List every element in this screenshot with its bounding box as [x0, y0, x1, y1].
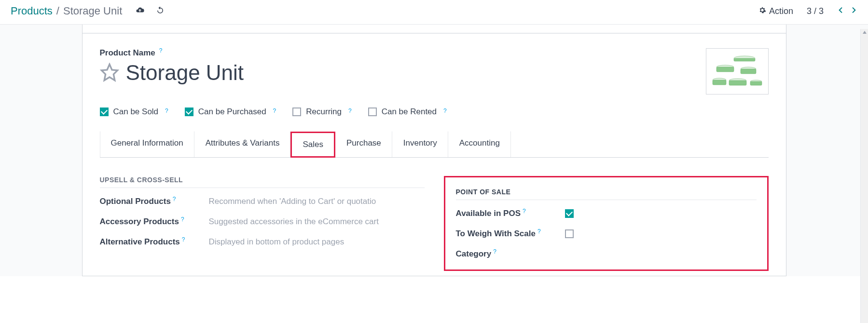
upsell-section-title: UPSELL & CROSS-SELL: [100, 176, 425, 188]
available-in-pos-checkbox[interactable]: [565, 209, 574, 218]
help-icon[interactable]: ?: [523, 208, 526, 215]
favorite-star-icon[interactable]: [100, 63, 119, 83]
record-pager[interactable]: 3 / 3: [807, 6, 824, 16]
pos-category-label: Category: [456, 249, 492, 259]
gear-icon: [758, 6, 766, 16]
accessory-products-label: Accessory Products: [100, 217, 179, 227]
can-be-rented-label: Can be Rented: [382, 107, 437, 117]
can-be-sold-label: Can be Sold: [113, 107, 159, 117]
to-weigh-with-scale-label: To Weigh With Scale: [456, 229, 536, 239]
help-icon[interactable]: ?: [493, 248, 496, 255]
optional-products-input[interactable]: Recommend when 'Adding to Cart' or quota…: [209, 197, 376, 206]
svg-rect-8: [713, 80, 726, 85]
can-be-sold-checkbox[interactable]: [100, 108, 109, 116]
tab-general-information[interactable]: General Information: [100, 131, 194, 157]
vertical-scrollbar[interactable]: [860, 29, 868, 276]
help-icon[interactable]: ?: [165, 108, 168, 114]
undo-icon[interactable]: [156, 5, 165, 17]
breadcrumb: Products / Storage Unit: [11, 5, 165, 17]
svg-rect-12: [750, 81, 762, 85]
alternative-products-input[interactable]: Displayed in bottom of product pages: [209, 237, 344, 247]
svg-marker-0: [101, 64, 117, 80]
recurring-label: Recurring: [306, 107, 342, 117]
tab-inventory[interactable]: Inventory: [392, 131, 448, 157]
can-be-purchased-label: Can be Purchased: [198, 107, 266, 117]
to-weigh-with-scale-checkbox[interactable]: [565, 229, 574, 238]
product-image[interactable]: [706, 48, 769, 94]
svg-rect-2: [734, 58, 755, 61]
page-body: Product Name ? Storage Unit: [0, 25, 868, 276]
help-icon[interactable]: ?: [537, 228, 541, 235]
boolean-toggles-row: Can be Sold ? Can be Purchased ? Recurri…: [100, 107, 769, 117]
help-icon[interactable]: ?: [273, 108, 276, 114]
help-icon[interactable]: ?: [348, 108, 352, 114]
tab-purchase[interactable]: Purchase: [335, 131, 392, 157]
product-tabs: General Information Attributes & Variant…: [100, 131, 769, 158]
accessory-products-input[interactable]: Suggested accessories in the eCommerce c…: [209, 217, 379, 227]
svg-rect-10: [729, 81, 746, 85]
tab-attributes-variants[interactable]: Attributes & Variants: [194, 131, 291, 157]
sales-tab-content: UPSELL & CROSS-SELL Optional Products ? …: [100, 176, 769, 271]
action-label: Action: [769, 6, 793, 16]
help-icon[interactable]: ?: [182, 236, 185, 243]
optional-products-label: Optional Products: [100, 197, 171, 206]
tab-accounting[interactable]: Accounting: [448, 131, 511, 157]
breadcrumb-current: Storage Unit: [63, 5, 122, 17]
topbar: Products / Storage Unit Action 3 / 3: [0, 0, 868, 25]
can-be-purchased-checkbox[interactable]: [185, 108, 193, 116]
can-be-rented-checkbox[interactable]: [368, 108, 377, 116]
svg-rect-6: [741, 69, 756, 74]
form-sheet: Product Name ? Storage Unit: [82, 25, 786, 276]
action-menu-button[interactable]: Action: [758, 6, 793, 16]
help-icon[interactable]: ?: [173, 196, 176, 202]
available-in-pos-label: Available in POS: [456, 209, 521, 218]
breadcrumb-root-link[interactable]: Products: [11, 5, 53, 17]
pos-section-title: POINT OF SALE: [456, 188, 757, 200]
breadcrumb-separator: /: [56, 5, 59, 17]
prev-record-button[interactable]: [837, 6, 845, 16]
next-record-button[interactable]: [850, 6, 857, 16]
svg-rect-4: [716, 67, 734, 72]
topbar-right: Action 3 / 3: [758, 6, 857, 16]
alternative-products-label: Alternative Products: [100, 237, 180, 247]
product-name-label: Product Name ?: [100, 48, 244, 58]
point-of-sale-highlight: POINT OF SALE Available in POS ? To Weig…: [444, 176, 769, 271]
help-icon[interactable]: ?: [159, 47, 163, 54]
tab-sales[interactable]: Sales: [290, 132, 335, 158]
product-title[interactable]: Storage Unit: [126, 61, 244, 85]
recurring-checkbox[interactable]: [292, 108, 301, 116]
help-icon[interactable]: ?: [181, 216, 184, 223]
help-icon[interactable]: ?: [443, 108, 447, 114]
cloud-upload-icon[interactable]: [136, 5, 144, 17]
